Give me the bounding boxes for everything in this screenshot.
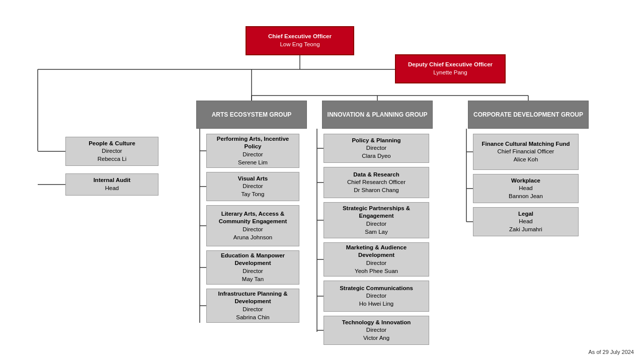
visual-arts-sub: Director bbox=[243, 183, 263, 191]
legal-name: Zaki Jumahri bbox=[509, 226, 542, 234]
technology-node: Technology & Innovation Director Victor … bbox=[324, 316, 429, 345]
literary-arts-node: Literary Arts, Access & Community Engage… bbox=[206, 205, 299, 246]
visual-arts-node: Visual Arts Director Tay Tong bbox=[206, 172, 299, 201]
corp-group-node: CORPORATE DEVELOPMENT GROUP bbox=[468, 101, 589, 129]
internal-audit-title: Internal Audit bbox=[94, 176, 131, 185]
data-research-node: Data & Research Chief Research Officer D… bbox=[324, 167, 429, 198]
infrastructure-title: Infrastructure Planning & Development bbox=[211, 290, 295, 306]
marketing-name: Yeoh Phee Suan bbox=[355, 267, 398, 276]
literary-arts-title: Literary Arts, Access & Community Engage… bbox=[211, 210, 295, 226]
arts-group-node: ARTS ECOSYSTEM GROUP bbox=[196, 101, 307, 129]
strategic-comms-node: Strategic Communications Director Ho Hwe… bbox=[324, 281, 429, 312]
innov-group-node: INNOVATION & PLANNING GROUP bbox=[322, 101, 433, 129]
policy-planning-name: Clara Dyeo bbox=[362, 152, 391, 160]
workplace-name: Bannon Jean bbox=[509, 193, 543, 201]
education-node: Education & Manpower Development Directo… bbox=[206, 250, 299, 285]
education-name: May Tan bbox=[242, 276, 264, 284]
infrastructure-node: Infrastructure Planning & Development Di… bbox=[206, 289, 299, 323]
innov-group-label: INNOVATION & PLANNING GROUP bbox=[328, 111, 428, 119]
data-research-sub: Chief Research Officer bbox=[347, 178, 406, 187]
org-chart: Chief Executive Officer Low Eng Teong De… bbox=[0, 0, 644, 362]
internal-audit-sub: Head bbox=[105, 185, 119, 193]
workplace-sub: Head bbox=[519, 185, 533, 193]
infrastructure-name: Sabrina Chin bbox=[236, 314, 269, 322]
workplace-node: Workplace Head Bannon Jean bbox=[473, 174, 579, 203]
finance-name: Alice Koh bbox=[514, 156, 538, 164]
internal-audit-node: Internal Audit Head bbox=[65, 173, 158, 196]
arts-group-label: ARTS ECOSYSTEM GROUP bbox=[212, 111, 292, 119]
legal-node: Legal Head Zaki Jumahri bbox=[473, 207, 579, 236]
literary-arts-name: Aruna Johnson bbox=[233, 234, 272, 242]
data-research-title: Data & Research bbox=[353, 171, 399, 179]
finance-sub: Chief Financial Officer bbox=[498, 148, 554, 156]
education-sub: Director bbox=[243, 267, 263, 276]
ceo-node: Chief Executive Officer Low Eng Teong bbox=[246, 26, 354, 55]
finance-node: Finance Cultural Matching Fund Chief Fin… bbox=[473, 134, 579, 170]
strategic-comms-name: Ho Hwei Ling bbox=[359, 300, 393, 308]
workplace-title: Workplace bbox=[511, 177, 540, 185]
policy-planning-node: Policy & Planning Director Clara Dyeo bbox=[324, 134, 429, 163]
policy-planning-title: Policy & Planning bbox=[352, 137, 400, 145]
corp-group-label: CORPORATE DEVELOPMENT GROUP bbox=[473, 111, 583, 119]
strategic-partnerships-sub: Director bbox=[366, 220, 386, 228]
policy-planning-sub: Director bbox=[366, 144, 386, 152]
people-culture-sub: Director bbox=[102, 147, 122, 155]
education-title: Education & Manpower Development bbox=[211, 252, 295, 267]
strategic-partnerships-title: Strategic Partnerships & Engagement bbox=[328, 205, 425, 220]
data-research-name: Dr Sharon Chang bbox=[354, 187, 399, 195]
visual-arts-title: Visual Arts bbox=[238, 175, 268, 183]
technology-sub: Director bbox=[366, 326, 386, 334]
dceo-title: Deputy Chief Executive Officer bbox=[408, 61, 493, 69]
performing-arts-title: Performing Arts, Incentive Policy bbox=[211, 135, 295, 151]
finance-title: Finance Cultural Matching Fund bbox=[481, 140, 570, 148]
strategic-comms-sub: Director bbox=[366, 292, 386, 300]
footer-note: As of 29 July 2024 bbox=[588, 349, 634, 355]
marketing-sub: Director bbox=[366, 259, 386, 267]
strategic-partnerships-name: Sam Lay bbox=[365, 228, 387, 236]
infrastructure-sub: Director bbox=[243, 306, 263, 314]
dceo-name: Lynette Pang bbox=[433, 69, 467, 77]
marketing-node: Marketing & Audience Development Directo… bbox=[324, 242, 429, 277]
performing-arts-name: Serene Lim bbox=[238, 159, 268, 167]
ceo-name: Low Eng Teong bbox=[280, 41, 319, 49]
strategic-comms-title: Strategic Communications bbox=[340, 285, 413, 293]
technology-name: Victor Ang bbox=[363, 334, 389, 342]
people-culture-node: People & Culture Director Rebecca Li bbox=[65, 137, 158, 166]
people-culture-name: Rebecca Li bbox=[98, 155, 127, 163]
legal-sub: Head bbox=[519, 218, 533, 226]
performing-arts-node: Performing Arts, Incentive Policy Direct… bbox=[206, 134, 299, 168]
ceo-title: Chief Executive Officer bbox=[268, 33, 332, 41]
literary-arts-sub: Director bbox=[243, 226, 263, 234]
technology-title: Technology & Innovation bbox=[342, 319, 411, 327]
dceo-node: Deputy Chief Executive Officer Lynette P… bbox=[395, 54, 506, 83]
legal-title: Legal bbox=[518, 210, 533, 218]
people-culture-title: People & Culture bbox=[89, 140, 135, 148]
marketing-title: Marketing & Audience Development bbox=[328, 244, 425, 259]
strategic-partnerships-node: Strategic Partnerships & Engagement Dire… bbox=[324, 202, 429, 238]
performing-arts-sub: Director bbox=[243, 151, 263, 159]
visual-arts-name: Tay Tong bbox=[242, 191, 265, 199]
